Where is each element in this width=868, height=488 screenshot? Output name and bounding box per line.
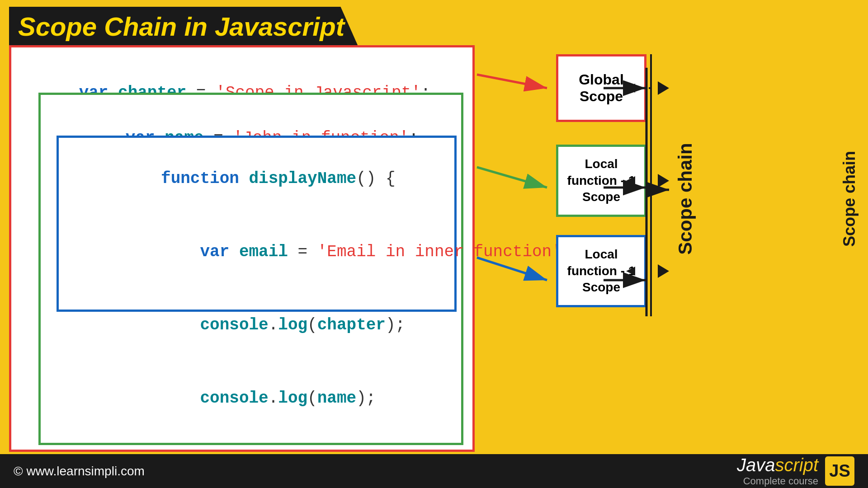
- brand-sub: Complete course: [737, 475, 818, 487]
- local2-scope-text: Localfunction - 1Scope: [567, 246, 636, 296]
- svg-marker-5: [658, 81, 669, 95]
- arg-name: name: [317, 389, 356, 408]
- js-branding: Javascript Complete course JS: [737, 455, 854, 487]
- arg-chapter: chapter: [317, 316, 386, 334]
- title-bar: Scope Chain in Javascript: [9, 7, 358, 46]
- fn-displayname: displayName: [239, 169, 356, 188]
- console-2: console: [161, 389, 269, 408]
- diagram-arrows: [497, 45, 859, 416]
- var-email: email: [229, 243, 288, 261]
- bottom-bar: © www.learnsimpli.com Javascript Complet…: [0, 454, 868, 488]
- main-container: var chapter = 'Scope in Javascript'; fun…: [9, 45, 859, 452]
- local1-scope-label: Localfunction - 1Scope: [556, 145, 646, 217]
- console-1: console: [161, 316, 269, 334]
- global-scope-label: GlobalScope: [556, 54, 646, 122]
- scope-chain-label: Scope chain: [840, 81, 859, 316]
- svg-marker-6: [658, 174, 669, 188]
- diagram-area: GlobalScope Localfunction - 1Scope Local…: [497, 45, 859, 416]
- local1-scope-text: Localfunction - 1Scope: [567, 156, 636, 205]
- branding-text: Javascript Complete course: [737, 455, 818, 487]
- local2-scope-label: Localfunction - 1Scope: [556, 235, 646, 307]
- js-logo: JS: [825, 456, 854, 486]
- log-1: log: [278, 316, 307, 334]
- log-2: log: [278, 389, 307, 408]
- local2-scope-box: function displayName() { var email = 'Em…: [57, 136, 457, 312]
- local1-scope-box: var name = 'John in function'; function …: [38, 93, 463, 445]
- brand-name: Javascript: [737, 455, 818, 475]
- kw-function-2: function: [161, 169, 239, 188]
- copyright-text: © www.learnsimpli.com: [14, 464, 145, 479]
- global-scope-text: GlobalScope: [579, 71, 624, 105]
- code-line-7: console.log(name);: [63, 362, 450, 435]
- code-line-5: var email = 'Email in inner function';: [63, 216, 450, 289]
- global-scope-box: var chapter = 'Scope in Javascript'; fun…: [9, 45, 475, 452]
- code-line-6: console.log(chapter);: [63, 289, 450, 362]
- code-line-4: function displayName() {: [63, 142, 450, 216]
- kw-var-3: var: [161, 243, 229, 261]
- svg-marker-7: [658, 264, 669, 278]
- page-title: Scope Chain in Javascript: [18, 11, 344, 42]
